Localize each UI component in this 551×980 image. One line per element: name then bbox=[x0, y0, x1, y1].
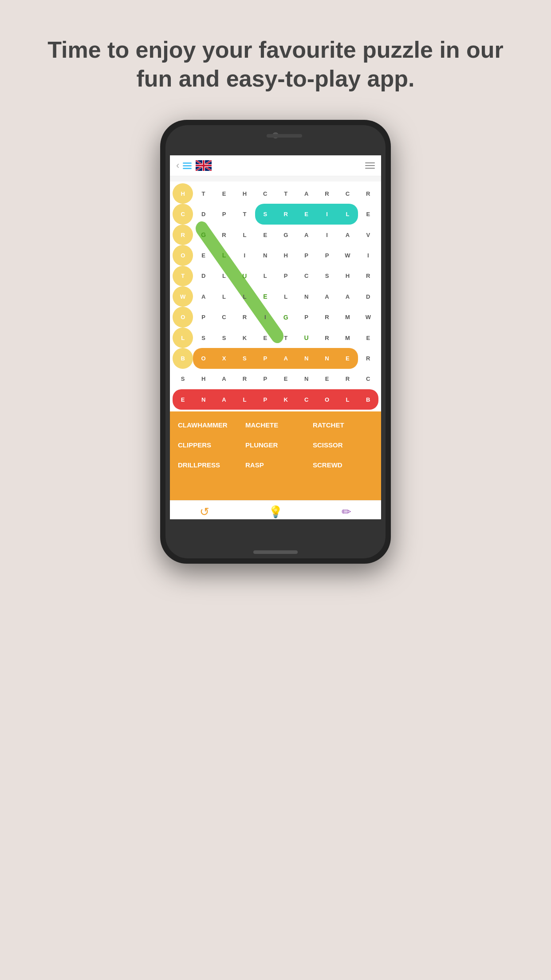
grid-cell[interactable]: U bbox=[296, 328, 316, 348]
grid-cell[interactable]: A bbox=[337, 225, 358, 245]
grid-cell[interactable]: P bbox=[193, 307, 213, 327]
grid-cell[interactable]: R bbox=[234, 307, 255, 327]
grid-cell[interactable]: P bbox=[255, 348, 276, 368]
grid-cell[interactable]: C bbox=[296, 266, 316, 286]
grid-cell[interactable]: R bbox=[317, 307, 337, 327]
grid-cell[interactable]: R bbox=[276, 204, 296, 224]
grid-cell[interactable]: G bbox=[193, 225, 213, 245]
grid-cell[interactable]: B bbox=[173, 348, 193, 368]
grid-cell[interactable]: I bbox=[358, 245, 378, 265]
grid-cell[interactable]: X bbox=[214, 348, 234, 368]
grid-cell[interactable]: E bbox=[358, 204, 378, 224]
grid-cell[interactable]: L bbox=[214, 266, 234, 286]
grid-cell[interactable]: G bbox=[276, 307, 296, 327]
grid-cell[interactable]: K bbox=[234, 328, 255, 348]
refresh-button[interactable]: ↺ bbox=[200, 505, 209, 519]
grid-cell[interactable]: E bbox=[337, 348, 358, 368]
grid-cell[interactable]: P bbox=[255, 389, 276, 410]
grid-cell[interactable]: O bbox=[173, 307, 193, 327]
grid-cell[interactable]: A bbox=[276, 348, 296, 368]
grid-cell[interactable]: I bbox=[255, 307, 276, 327]
uk-flag[interactable] bbox=[195, 160, 212, 171]
grid-cell[interactable]: R bbox=[317, 328, 337, 348]
grid-cell[interactable]: D bbox=[193, 266, 213, 286]
grid-cell[interactable]: D bbox=[193, 204, 213, 224]
grid-cell[interactable]: H bbox=[193, 369, 213, 389]
grid-cell[interactable]: L bbox=[214, 286, 234, 307]
grid-cell[interactable]: L bbox=[255, 266, 276, 286]
pencil-button[interactable]: ✏ bbox=[342, 505, 351, 519]
grid-cell[interactable]: R bbox=[317, 183, 337, 204]
grid-cell[interactable]: E bbox=[296, 204, 316, 224]
hint-button[interactable]: 💡 bbox=[268, 505, 283, 519]
grid-cell[interactable]: E bbox=[214, 183, 234, 204]
grid-cell[interactable]: C bbox=[255, 183, 276, 204]
grid-cell[interactable]: R bbox=[173, 225, 193, 245]
grid-cell[interactable]: E bbox=[276, 369, 296, 389]
grid-cell[interactable]: A bbox=[296, 183, 316, 204]
grid-cell[interactable]: R bbox=[337, 369, 358, 389]
grid-cell[interactable]: C bbox=[214, 307, 234, 327]
grid-cell[interactable]: A bbox=[296, 225, 316, 245]
grid-cell[interactable]: S bbox=[317, 266, 337, 286]
grid-cell[interactable]: C bbox=[173, 204, 193, 224]
grid-cell[interactable]: C bbox=[296, 389, 316, 410]
grid-cell[interactable]: H bbox=[337, 266, 358, 286]
grid-cell[interactable]: R bbox=[358, 266, 378, 286]
grid-cell[interactable]: L bbox=[234, 225, 255, 245]
list-icon[interactable] bbox=[183, 162, 192, 169]
grid-cell[interactable]: B bbox=[358, 389, 378, 410]
back-button[interactable]: ‹ bbox=[176, 160, 179, 171]
grid-cell[interactable]: V bbox=[358, 225, 378, 245]
grid-cell[interactable]: H bbox=[276, 245, 296, 265]
grid-cell[interactable]: R bbox=[358, 348, 378, 368]
grid-cell[interactable]: P bbox=[296, 245, 316, 265]
grid-cell[interactable]: W bbox=[358, 307, 378, 327]
grid-cell[interactable]: N bbox=[255, 245, 276, 265]
grid-cell[interactable]: P bbox=[317, 245, 337, 265]
grid-cell[interactable]: R bbox=[214, 225, 234, 245]
grid-cell[interactable]: U bbox=[234, 266, 255, 286]
grid-cell[interactable]: P bbox=[214, 204, 234, 224]
grid-cell[interactable]: A bbox=[214, 389, 234, 410]
grid-cell[interactable]: E bbox=[255, 328, 276, 348]
grid-cell[interactable]: W bbox=[173, 286, 193, 307]
grid-cell[interactable]: L bbox=[337, 204, 358, 224]
grid-cell[interactable]: I bbox=[234, 245, 255, 265]
grid-cell[interactable]: L bbox=[234, 286, 255, 307]
grid-cell[interactable]: C bbox=[358, 369, 378, 389]
grid-cell[interactable]: I bbox=[317, 225, 337, 245]
grid-cell[interactable]: H bbox=[234, 183, 255, 204]
grid-cell[interactable]: M bbox=[337, 307, 358, 327]
grid-cell[interactable]: E bbox=[173, 389, 193, 410]
grid-cell[interactable]: S bbox=[214, 328, 234, 348]
grid-cell[interactable]: E bbox=[255, 286, 276, 307]
grid-cell[interactable]: A bbox=[193, 286, 213, 307]
grid-cell[interactable]: A bbox=[214, 369, 234, 389]
grid-cell[interactable]: C bbox=[337, 183, 358, 204]
grid-cell[interactable]: L bbox=[337, 389, 358, 410]
grid-cell[interactable]: W bbox=[337, 245, 358, 265]
grid-cell[interactable]: N bbox=[193, 389, 213, 410]
grid-cell[interactable]: R bbox=[358, 183, 378, 204]
grid-cell[interactable]: T bbox=[276, 183, 296, 204]
grid-cell[interactable]: L bbox=[234, 389, 255, 410]
grid-cell[interactable]: P bbox=[255, 369, 276, 389]
grid-cell[interactable]: P bbox=[296, 307, 316, 327]
grid-cell[interactable]: O bbox=[317, 389, 337, 410]
grid-cell[interactable]: A bbox=[317, 286, 337, 307]
grid-cell[interactable]: P bbox=[276, 266, 296, 286]
grid-cell[interactable]: O bbox=[173, 245, 193, 265]
grid-cell[interactable]: S bbox=[234, 348, 255, 368]
grid-cell[interactable]: E bbox=[317, 369, 337, 389]
grid-cell[interactable]: N bbox=[296, 369, 316, 389]
grid-cell[interactable]: K bbox=[276, 389, 296, 410]
grid-cell[interactable]: I bbox=[317, 204, 337, 224]
grid-cell[interactable]: S bbox=[173, 369, 193, 389]
grid-cell[interactable]: S bbox=[255, 204, 276, 224]
grid-cell[interactable]: L bbox=[276, 286, 296, 307]
grid-cell[interactable]: S bbox=[193, 328, 213, 348]
grid-cell[interactable]: N bbox=[296, 348, 316, 368]
grid-cell[interactable]: N bbox=[296, 286, 316, 307]
grid-cell[interactable]: O bbox=[193, 348, 213, 368]
